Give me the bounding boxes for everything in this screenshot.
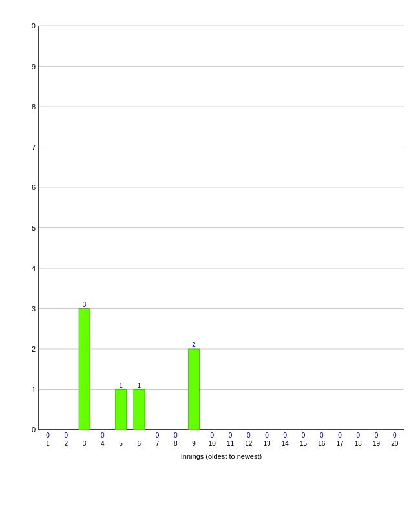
svg-text:3: 3 <box>83 440 87 447</box>
svg-text:0: 0 <box>247 432 251 439</box>
chart-title <box>0 0 420 10</box>
svg-text:20: 20 <box>391 440 399 447</box>
chart-container: 0123456789100102330415160708290100110120… <box>0 0 420 517</box>
svg-text:0: 0 <box>375 432 379 439</box>
svg-text:2: 2 <box>192 341 196 348</box>
svg-text:16: 16 <box>318 440 326 447</box>
svg-text:6: 6 <box>138 440 142 447</box>
svg-text:0: 0 <box>302 432 306 439</box>
svg-text:19: 19 <box>373 440 381 447</box>
svg-rect-27 <box>79 309 90 430</box>
svg-rect-35 <box>134 390 145 430</box>
svg-text:9: 9 <box>32 63 36 70</box>
svg-text:5: 5 <box>32 224 36 232</box>
svg-text:12: 12 <box>245 440 253 447</box>
svg-text:Innings (oldest to newest): Innings (oldest to newest) <box>181 452 262 460</box>
svg-text:3: 3 <box>32 305 36 313</box>
svg-text:17: 17 <box>337 440 344 447</box>
svg-text:0: 0 <box>284 432 288 439</box>
svg-text:2: 2 <box>65 440 68 447</box>
svg-text:0: 0 <box>393 432 397 439</box>
svg-text:8: 8 <box>32 103 36 111</box>
svg-text:0: 0 <box>357 432 361 439</box>
svg-text:9: 9 <box>192 440 196 447</box>
svg-text:0: 0 <box>65 432 68 439</box>
svg-rect-42 <box>189 349 200 430</box>
svg-rect-32 <box>116 390 127 430</box>
svg-text:7: 7 <box>156 440 160 447</box>
svg-text:1: 1 <box>32 386 36 394</box>
svg-text:10: 10 <box>32 23 36 30</box>
svg-text:13: 13 <box>264 440 271 447</box>
svg-text:14: 14 <box>282 440 289 447</box>
svg-text:11: 11 <box>227 440 235 447</box>
svg-text:1: 1 <box>119 382 123 389</box>
svg-text:0: 0 <box>46 432 50 439</box>
svg-text:0: 0 <box>229 432 233 439</box>
svg-text:1: 1 <box>138 382 142 389</box>
svg-text:8: 8 <box>174 440 178 447</box>
svg-text:0: 0 <box>338 432 342 439</box>
svg-text:18: 18 <box>355 440 362 447</box>
svg-text:1: 1 <box>46 440 50 447</box>
svg-text:4: 4 <box>32 264 36 272</box>
svg-text:0: 0 <box>211 432 215 439</box>
svg-text:0: 0 <box>174 432 178 439</box>
svg-text:0: 0 <box>101 432 105 439</box>
svg-text:0: 0 <box>320 432 324 439</box>
svg-text:3: 3 <box>83 301 87 308</box>
svg-text:6: 6 <box>32 184 36 191</box>
svg-text:0: 0 <box>265 432 269 439</box>
svg-text:4: 4 <box>101 440 105 447</box>
svg-text:10: 10 <box>209 440 216 447</box>
chart-svg: 0123456789100102330415160708290100110120… <box>32 23 410 475</box>
svg-text:15: 15 <box>300 440 308 447</box>
svg-text:5: 5 <box>119 440 123 447</box>
svg-text:0: 0 <box>156 432 160 439</box>
svg-text:7: 7 <box>32 143 36 151</box>
svg-text:2: 2 <box>32 345 36 353</box>
svg-text:0: 0 <box>32 426 36 434</box>
